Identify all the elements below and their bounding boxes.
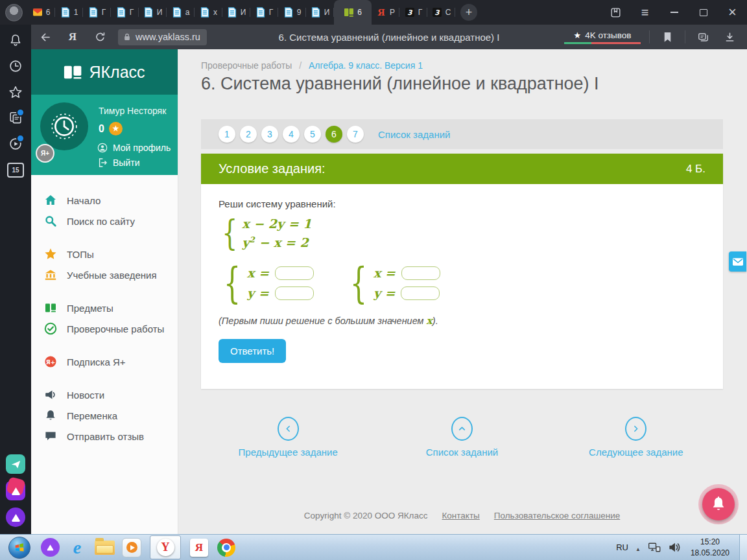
task-number-button[interactable]: 7 [347,126,364,143]
yaklass-logo-text: ЯКласс [89,63,145,82]
bottom-nav-label: Предыдущее задание [239,447,338,458]
notes-icon[interactable] [0,105,31,131]
feedback-mail-widget[interactable] [729,251,746,272]
browser-tab[interactable]: И [306,0,334,25]
footer-link[interactable]: Пользовательское соглашение [494,511,620,520]
bottom-nav-button[interactable]: Следующее задание [549,417,723,458]
doc-icon [200,7,210,18]
notifications-bell-icon[interactable] [0,27,31,53]
yandex-logo-icon[interactable]: Я [60,30,86,43]
task-number-button[interactable]: 2 [240,126,257,143]
lock-icon [123,32,132,41]
collections-icon[interactable] [601,0,630,25]
messenger-app-icon[interactable] [6,481,25,500]
maximize-button[interactable] [689,0,718,25]
close-button[interactable] [718,0,747,25]
sidebar-menu-item[interactable]: Отправить отзыв [31,426,178,447]
sidebar-menu-item[interactable]: Я+ Подписка Я+ [31,351,178,372]
browser-menu-icon[interactable] [630,0,659,25]
taskbar-media-player[interactable] [118,535,145,560]
yandex-browser-icon [157,539,174,556]
answer-input-x[interactable] [275,266,314,280]
show-desktop-button[interactable] [739,535,747,560]
reviews-rating-bar [564,42,641,44]
answer-input-x[interactable] [401,266,440,280]
history-clock-icon[interactable] [0,53,31,79]
footer-link[interactable]: Контакты [442,511,480,520]
browser-tab[interactable]: Г [250,0,278,25]
equation-line: y2 − x = 2 [242,233,311,252]
task-number-button[interactable]: 6 [326,126,342,143]
browser-tab[interactable]: a [167,0,195,25]
taskbar-yandex[interactable] [185,535,213,560]
taskbar-chrome[interactable] [213,535,240,560]
browser-tab[interactable]: Я Р [372,0,399,25]
sidebar-menu-item[interactable]: Предметы [31,298,178,318]
doc-icon [143,7,154,18]
browser-tab[interactable]: И [222,0,250,25]
downloads-icon[interactable] [720,31,739,43]
sidebar-menu-item[interactable]: Переменка [31,405,178,426]
browser-tab[interactable]: И [139,0,167,25]
notification-fab[interactable] [698,484,739,524]
sidebar-menu-item[interactable]: Начало [31,190,178,211]
side-panel-icon[interactable] [694,31,712,43]
sidebar-menu-item[interactable]: ТОПы [31,244,178,264]
telegram-app-icon[interactable] [6,454,25,474]
start-button[interactable] [8,537,30,559]
logout-link[interactable]: Выйти [97,158,139,168]
task-number-button[interactable]: 3 [261,126,278,143]
taskbar-alice[interactable] [36,535,64,560]
y-label: y = [247,286,269,300]
yaklass-logo[interactable]: ЯКласс [31,49,178,95]
bottom-nav-button[interactable]: Список заданий [375,417,549,458]
site-reviews-button[interactable]: 4K отзывов [564,30,641,44]
taskbar-yandex-browser-active[interactable] [150,535,181,559]
sidebar-menu-item[interactable]: Проверочные работы [31,318,178,339]
bookmark-flag-icon[interactable] [658,31,676,43]
language-indicator[interactable]: RU [616,542,628,552]
browser-tab[interactable]: Г [111,0,139,25]
refresh-button[interactable] [86,31,114,43]
video-player-icon[interactable] [0,131,31,157]
sidebar-menu-item[interactable]: Учебные заведения [31,264,178,285]
breadcrumb-current[interactable]: Алгебра. 9 класс. Версия 1 [309,60,423,71]
browser-tab[interactable]: 3 С [427,0,455,25]
browser-tab[interactable]: 9 [278,0,306,25]
task-number-button[interactable]: 1 [219,126,235,143]
sidebar-menu-item[interactable]: Поиск по сайту [31,211,178,231]
breadcrumb-section[interactable]: Проверочные работы [201,60,292,71]
envelope-icon [733,258,743,266]
task-list-link[interactable]: Список заданий [378,129,450,140]
address-bar[interactable]: www.yaklass.ru [118,29,207,45]
alice-app-icon[interactable] [6,508,25,527]
browser-tab[interactable]: 6 [27,0,55,25]
browser-profile-button[interactable] [0,0,27,25]
taskbar-file-explorer[interactable] [91,535,118,560]
answer-systems: { x = y = { [219,262,706,305]
browser-tab[interactable]: 1 [55,0,83,25]
back-button[interactable] [31,31,60,43]
calendar-icon[interactable]: 15 [0,157,31,183]
answer-input-y[interactable] [401,286,440,300]
minimize-button[interactable] [659,0,689,25]
volume-icon[interactable] [668,542,681,553]
answer-button[interactable]: Ответить! [219,339,286,363]
task-number-button[interactable]: 4 [283,126,300,143]
user-avatar[interactable] [40,102,88,150]
sidebar-menu-item[interactable]: Новости [31,384,178,405]
taskbar-internet-explorer[interactable]: e [64,535,91,560]
task-number-button[interactable]: 5 [304,126,321,143]
browser-tab[interactable]: x [195,0,222,25]
new-tab-button[interactable] [455,0,482,25]
network-icon[interactable] [648,542,661,553]
browser-tab[interactable]: Г [83,0,111,25]
profile-link[interactable]: Мой профиль [97,143,171,153]
browser-tab[interactable]: 3 Г [399,0,427,25]
bottom-nav-button[interactable]: Предыдущее задание [201,417,375,458]
tray-expand-icon[interactable] [635,542,641,554]
answer-input-y[interactable] [275,286,314,300]
bookmarks-star-icon[interactable] [0,79,31,105]
browser-tab[interactable]: 6 [334,0,372,25]
taskbar-clock[interactable]: 15:20 18.05.2020 [691,537,729,557]
